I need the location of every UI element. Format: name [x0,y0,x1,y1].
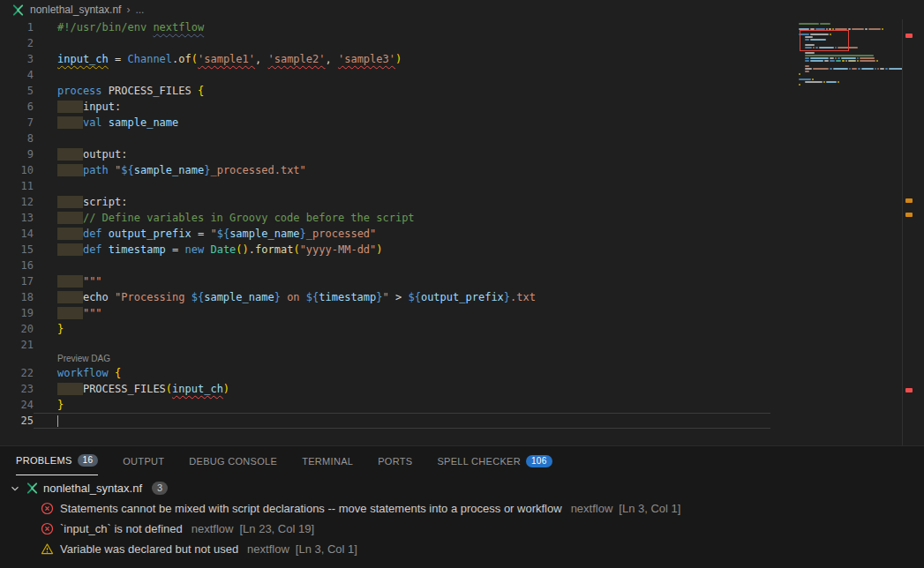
code-line-12[interactable]: 12 script: [0,194,924,210]
problem-row-error[interactable]: `input_ch` is not definednextflow[Ln 23,… [0,519,924,539]
code-line-13[interactable]: 13 // Define variables in Groovy code be… [0,210,924,226]
minimap-row [799,23,902,25]
code-line-15[interactable]: 15 def timestamp = new Date().format("yy… [0,242,924,258]
minimap-row [799,63,902,64]
line-number: 8 [0,131,34,146]
problems-file-row[interactable]: nonlethal_syntax.nf 3 [0,478,924,498]
code-token: Channel [127,53,172,65]
code-token: ) [223,383,229,395]
code-token [57,116,83,129]
code-line-14[interactable]: 14 def output_prefix = "${sample_name}_p… [0,226,924,242]
code-line-11[interactable]: 11 [0,178,924,194]
problem-source: nextflow [571,502,613,515]
code-line-9[interactable]: 9 output: [0,146,924,162]
codelens-preview-dag[interactable]: Preview DAG [0,353,924,365]
code-token: "yyyy-MM-dd" [300,243,377,256]
code-line-24[interactable]: 24} [0,397,924,413]
code-token: } [57,323,64,335]
code-line-4[interactable]: 4 [0,67,924,83]
code-line-17[interactable]: 17 """ [0,273,924,289]
problem-message: Statements cannot be mixed with script d… [60,502,562,515]
code-token: #!/usr/bin/env [57,21,153,34]
code-line-1[interactable]: 1#!/usr/bin/env nextflow [0,19,924,35]
line-number: 4 [0,67,34,83]
problem-row-warning[interactable]: Variable was declared but not usednextfl… [0,539,924,559]
code-line-25[interactable]: 25 [0,413,924,429]
code-line-8[interactable]: 8 [0,131,924,146]
code-line-21[interactable]: 21 [0,337,924,353]
code-line-18[interactable]: 18 echo "Processing ${sample_name} on ${… [0,289,924,305]
line-number: 18 [0,289,34,305]
tab-ports[interactable]: PORTS [378,446,412,475]
editor[interactable]: 1#!/usr/bin/env nextflow23input_ch = Cha… [0,19,924,445]
line-text: def output_prefix = "${sample_name}_proc… [34,226,376,242]
code-line-19[interactable]: 19 """ [0,305,924,321]
line-number: 21 [0,337,34,353]
code-token: { [115,367,121,379]
code-line-6[interactable]: 6 input: [0,99,924,115]
line-text: output: [34,146,127,162]
bottom-panel: PROBLEMS16OUTPUTDEBUG CONSOLETERMINALPOR… [0,445,924,568]
problem-row-error[interactable]: Statements cannot be mixed with script d… [0,498,924,519]
line-number: 7 [0,115,34,131]
breadcrumb-file[interactable]: nonlethal_syntax.nf [30,4,121,16]
code-line-20[interactable]: 20} [0,321,924,337]
minimap-row [799,60,902,62]
code-token: _processed" [306,228,376,240]
line-text: input_ch = Channel.of('sample1', 'sample… [34,51,402,67]
code-token: " [210,228,216,240]
code-line-2[interactable]: 2 [0,35,924,51]
breadcrumb-symbol-ellipsis[interactable]: ... [135,4,144,16]
code-line-7[interactable]: 7 val sample_name [0,115,924,131]
tab-terminal[interactable]: TERMINAL [302,446,353,475]
tab-spell-checker[interactable]: SPELL CHECKER106 [437,446,552,475]
breadcrumb[interactable]: nonlethal_syntax.nf › ... [0,0,924,19]
line-number: 24 [0,397,34,413]
code-line-22[interactable]: 22workflow { [0,365,924,381]
code-line-16[interactable]: 16 [0,258,924,273]
tab-debug-console[interactable]: DEBUG CONSOLE [189,446,277,475]
overview-ruler-mark [905,388,913,392]
code-token: input_ch [57,53,109,65]
code-token: input: [83,101,121,113]
code-token: () [236,243,248,256]
line-text: process PROCESS_FILES { [34,83,204,99]
minimap-row [799,73,902,75]
code-token: output: [83,148,128,161]
text-cursor [57,415,58,427]
tab-label: OUTPUT [123,456,164,467]
code-token: ${ [306,291,319,303]
overview-ruler-mark [905,34,913,38]
minimap-row [799,65,902,67]
code-line-3[interactable]: 3input_ch = Channel.of('sample1', 'sampl… [0,51,924,67]
code-token: .txt [510,291,536,303]
line-text [34,178,57,194]
code-token: nextflow [153,21,204,34]
code-line-23[interactable]: 23 PROCESS_FILES(input_ch) [0,381,924,397]
line-number: 12 [0,194,34,210]
code-token: echo [83,291,115,303]
chevron-down-icon[interactable] [9,482,21,495]
line-number: 25 [0,413,34,429]
overview-ruler-mark [905,198,913,203]
minimap[interactable] [799,23,902,99]
line-number: 6 [0,99,34,115]
minimap-row [799,57,902,59]
tab-label: SPELL CHECKER [437,456,521,467]
problem-location: [Ln 3, Col 1] [619,502,680,515]
minimap-row [799,68,902,70]
nextflow-file-icon [11,4,25,17]
line-number: 11 [0,178,34,194]
code-token [57,275,83,288]
tab-badge: 16 [78,454,99,467]
tab-problems[interactable]: PROBLEMS16 [16,446,98,475]
error-icon [41,522,54,535]
line-text: // Define variables in Groovy code befor… [34,210,415,226]
code-line-10[interactable]: 10 path "${sample_name}_processed.txt" [0,162,924,178]
tab-output[interactable]: OUTPUT [123,446,164,475]
code-line-5[interactable]: 5process PROCESS_FILES { [0,83,924,99]
line-text: """ [34,305,102,321]
tab-label: PROBLEMS [16,455,72,466]
code-token: """ [83,275,102,288]
code-token: process [57,85,109,97]
